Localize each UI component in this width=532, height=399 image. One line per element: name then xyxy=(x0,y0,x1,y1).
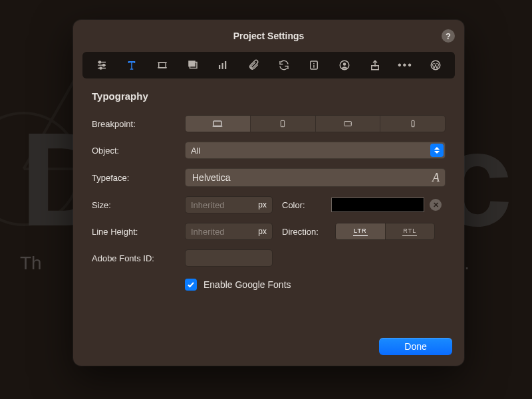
typeface-select[interactable]: Helvetica A xyxy=(185,168,446,187)
object-value: All xyxy=(191,146,200,156)
sliders-icon[interactable] xyxy=(90,55,113,76)
breakpoint-desktop[interactable] xyxy=(186,116,250,132)
breakpoint-label: Breakpoint: xyxy=(92,119,185,129)
layout-icon[interactable] xyxy=(151,55,174,76)
select-caret-icon xyxy=(430,144,444,157)
adobe-fonts-input[interactable] xyxy=(185,249,273,267)
size-label: Size: xyxy=(92,200,185,210)
direction-label: Direction: xyxy=(282,227,335,237)
typeface-label: Typeface: xyxy=(92,173,185,183)
svg-point-5 xyxy=(98,61,100,63)
color-swatch[interactable] xyxy=(331,198,424,212)
direction-ltr[interactable]: LTR xyxy=(336,223,385,239)
svg-rect-12 xyxy=(188,61,196,66)
panel-header: Project Settings ? xyxy=(73,20,464,52)
breakpoint-tablet-landscape[interactable] xyxy=(315,116,380,132)
settings-toolbar: ••• xyxy=(82,52,455,78)
breakpoint-mobile[interactable] xyxy=(380,116,445,132)
svg-point-20 xyxy=(343,63,346,66)
svg-point-30 xyxy=(412,126,413,126)
adobe-fonts-label: Adobe Fonts ID: xyxy=(92,253,185,263)
direction-rtl[interactable]: RTL xyxy=(385,223,435,239)
svg-rect-13 xyxy=(219,65,220,69)
panel-content: Typography Breakpoint: Object: xyxy=(73,78,464,338)
user-icon[interactable] xyxy=(333,55,356,76)
done-button[interactable]: Done xyxy=(379,338,452,355)
svg-rect-8 xyxy=(159,63,166,68)
svg-rect-18 xyxy=(314,65,315,68)
line-height-unit: px xyxy=(258,227,267,236)
images-icon[interactable] xyxy=(182,55,204,76)
attachment-icon[interactable] xyxy=(242,55,265,76)
google-fonts-label: Enable Google Fonts xyxy=(203,279,291,290)
google-fonts-checkbox[interactable] xyxy=(185,279,197,291)
chart-icon[interactable] xyxy=(211,55,234,76)
line-height-input[interactable]: Inherited px xyxy=(185,223,273,240)
help-button[interactable]: ? xyxy=(442,29,455,43)
typography-icon[interactable] xyxy=(120,55,143,76)
panel-title: Project Settings xyxy=(233,31,305,41)
size-input[interactable]: Inherited px xyxy=(185,196,273,213)
info-icon[interactable] xyxy=(303,55,325,76)
svg-rect-15 xyxy=(225,61,226,69)
breakpoint-segment xyxy=(185,115,446,132)
svg-point-6 xyxy=(102,65,104,66)
svg-point-28 xyxy=(350,123,350,124)
wordpress-icon[interactable] xyxy=(424,55,447,76)
svg-point-7 xyxy=(100,67,102,69)
breakpoint-tablet-portrait[interactable] xyxy=(250,116,315,132)
settings-panel: Project Settings ? ••• Typography Breakp… xyxy=(73,20,464,366)
font-preview-icon: A xyxy=(432,171,440,185)
size-placeholder: Inherited xyxy=(191,200,254,210)
direction-segment: LTR RTL xyxy=(335,223,435,240)
clear-color-button[interactable]: ✕ xyxy=(430,199,442,211)
section-title: Typography xyxy=(92,90,446,102)
object-select[interactable]: All xyxy=(185,142,446,159)
panel-footer: Done xyxy=(73,338,464,366)
line-height-label: Line Height: xyxy=(92,227,185,237)
svg-rect-23 xyxy=(213,121,221,126)
svg-rect-14 xyxy=(222,63,223,69)
line-height-placeholder: Inherited xyxy=(191,227,254,237)
object-label: Object: xyxy=(92,146,185,156)
more-icon[interactable]: ••• xyxy=(394,55,416,76)
share-icon[interactable] xyxy=(364,55,386,76)
typeface-value: Helvetica xyxy=(192,172,231,183)
svg-point-17 xyxy=(314,63,315,65)
refresh-icon[interactable] xyxy=(273,55,295,76)
svg-point-26 xyxy=(283,126,283,126)
size-unit: px xyxy=(258,200,267,209)
color-label: Color: xyxy=(282,200,331,210)
